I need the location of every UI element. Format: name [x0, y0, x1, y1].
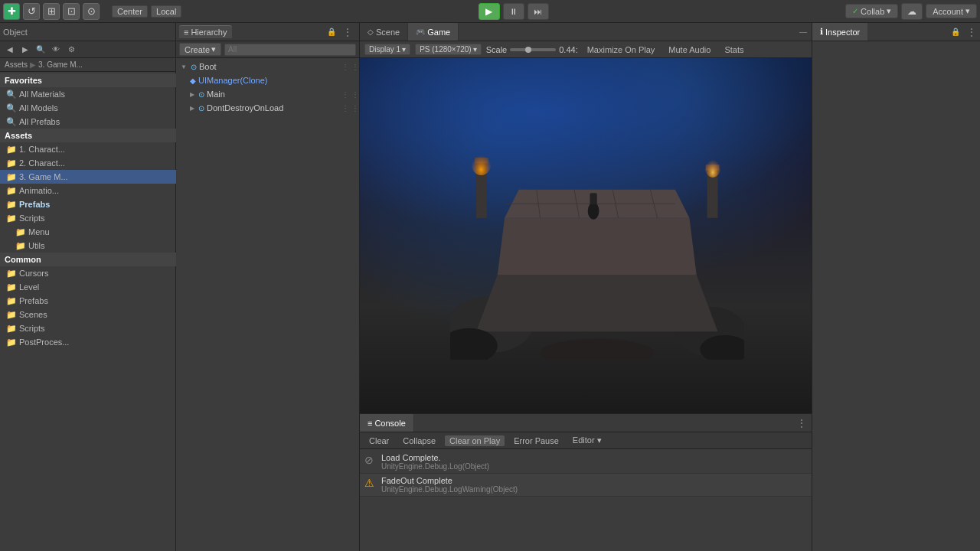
game-tab-label: Game: [427, 28, 450, 37]
hierarchy-tab-bar: ≡ Hierarchy 🔒 ⋮: [176, 23, 359, 41]
cloud-button[interactable]: ☁: [901, 3, 923, 20]
search-icon: 🔍: [6, 90, 17, 99]
gameobject-icon: ⊙: [198, 104, 204, 112]
console-clear-button[interactable]: Clear: [364, 435, 394, 446]
common-header: Common: [0, 253, 176, 266]
inspector-lock-icon[interactable]: 🔒: [948, 28, 963, 36]
display-selector[interactable]: Display 1 ▾: [364, 44, 410, 55]
proj-lock-icon[interactable]: ⚙: [64, 43, 78, 57]
proj-search-icon[interactable]: 🔍: [34, 43, 47, 57]
hierarchy-panel: ≡ Hierarchy 🔒 ⋮ Create ▾ ▼ ⊙ Boot ⋮ ⋮: [176, 23, 360, 551]
hierarchy-menu-icon[interactable]: ⋮: [339, 26, 356, 38]
display-label: Display 1: [369, 45, 400, 54]
common-folder-cursors[interactable]: 📁 Cursors: [0, 266, 176, 280]
assets-folder-1[interactable]: 📁 1. Charact...: [0, 142, 176, 156]
expand-arrow-icon: ▼: [181, 64, 187, 70]
game-view-controls: Display 1 ▾ PS (980×551) ▾ Scale 0.44: …: [360, 41, 812, 58]
assets-folder-menu[interactable]: 📁 Menu: [0, 225, 176, 239]
account-button[interactable]: Account ▾: [926, 4, 977, 18]
proj-eye-icon[interactable]: 👁: [49, 43, 63, 57]
folder-icon: 📁: [6, 200, 17, 210]
favorites-all-materials[interactable]: 🔍 All Materials: [0, 87, 176, 101]
inspector-menu-icon[interactable]: ⋮: [963, 26, 980, 38]
local-label: Local: [156, 7, 176, 16]
pause-button[interactable]: ⏸: [503, 3, 524, 20]
hierarchy-create-button[interactable]: Create ▾: [179, 43, 221, 56]
move-icon[interactable]: ⊡: [63, 3, 80, 20]
refresh-icon[interactable]: ↺: [23, 3, 40, 20]
expand-arrow-icon: ▶: [190, 105, 194, 112]
assets-folder-scripts[interactable]: 📁 Scripts: [0, 211, 176, 225]
folder-icon: 📁: [6, 269, 17, 279]
inspector-content: [812, 41, 980, 551]
assets-folder-animations[interactable]: 📁 Animatio...: [0, 184, 176, 197]
project-toolbar: ◀ ▶ 🔍 👁 ⚙: [0, 41, 175, 58]
proj-forward-icon[interactable]: ▶: [18, 43, 32, 57]
svg-rect-11: [590, 193, 596, 204]
collab-button[interactable]: ✓ Collab ▾: [845, 4, 898, 18]
common-folder-prefabs[interactable]: 📁 Prefabs: [0, 294, 176, 308]
game-viewport: [360, 58, 812, 413]
play-icon: ▶: [485, 6, 492, 17]
hierarchy-item-main[interactable]: ▶ ⊙ Main ⋮ ⋮: [176, 87, 359, 101]
console-error-pause-button[interactable]: Error Pause: [509, 435, 564, 446]
console-options-icon[interactable]: ⋮: [792, 417, 812, 429]
common-folder-scenes[interactable]: 📁 Scenes: [0, 308, 176, 321]
assets-folder-3[interactable]: 📁 3. Game M...: [0, 170, 176, 184]
hierarchy-tab[interactable]: ≡ Hierarchy: [179, 25, 232, 38]
resolution-arrow-icon: ▾: [473, 45, 477, 54]
game-tab[interactable]: 🎮 Game: [408, 23, 459, 41]
hier-options-icon2: ⋮: [351, 90, 359, 99]
stats-button[interactable]: Stats: [720, 44, 748, 55]
center-button[interactable]: Center: [112, 5, 148, 18]
maximize-on-play-button[interactable]: Maximize On Play: [583, 44, 660, 55]
hier-options-icon: ⋮: [341, 63, 349, 71]
inspector-tab[interactable]: ℹ Inspector: [812, 23, 867, 41]
scene-tab[interactable]: ◇ Scene: [360, 23, 408, 41]
hierarchy-list: ▼ ⊙ Boot ⋮ ⋮ ◆ UIManager(Clone) ▶ ⊙ Main…: [176, 58, 359, 551]
favorites-all-prefabs[interactable]: 🔍 All Prefabs: [0, 115, 176, 129]
console-message-1[interactable]: ⊘ Load Complete. UnityEngine.Debug.Log(O…: [360, 451, 812, 474]
hierarchy-item-uimanager[interactable]: ◆ UIManager(Clone): [176, 73, 359, 87]
folder-icon: 📁: [6, 214, 17, 223]
step-button[interactable]: ⏭: [528, 3, 549, 20]
local-button[interactable]: Local: [151, 5, 181, 18]
proj-back-icon[interactable]: ◀: [3, 43, 17, 57]
scale-thumb: [525, 47, 531, 53]
folder-icon: 📁: [6, 296, 17, 306]
assets-folder-2[interactable]: 📁 2. Charact...: [0, 156, 176, 170]
console-tab[interactable]: ≡ Console: [360, 414, 414, 432]
assets-folder-prefabs[interactable]: 📁 Prefabs: [0, 197, 176, 211]
add-icon[interactable]: ✚: [3, 3, 20, 20]
play-button[interactable]: ▶: [479, 3, 500, 20]
expand-arrow-icon: ▶: [190, 91, 194, 98]
common-folder-level[interactable]: 📁 Level: [0, 280, 176, 294]
resolution-selector[interactable]: PS (980×551) ▾: [415, 44, 482, 55]
console-tab-label: Console: [374, 419, 405, 428]
svg-point-10: [588, 202, 599, 219]
common-folder-scripts[interactable]: 📁 Scripts: [0, 321, 176, 335]
console-clear-on-play-button[interactable]: Clear on Play: [445, 435, 505, 446]
message-2-sub: UnityEngine.Debug.LogWarning(Object): [381, 485, 518, 494]
hier-options-icon2: ⋮: [351, 104, 359, 112]
breadcrumb-gamem: 3. Game M...: [38, 60, 83, 69]
console-message-2[interactable]: ⚠ FadeOut Complete UnityEngine.Debug.Log…: [360, 474, 812, 497]
gameobject-icon: ⊙: [191, 63, 197, 71]
console-editor-button[interactable]: Editor ▾: [568, 435, 606, 446]
resolution-label: PS (980×551): [420, 45, 472, 54]
mute-audio-button[interactable]: Mute Audio: [664, 44, 715, 55]
top-bar: ✚ ↺ ⊞ ⊡ ⊙ Center Local ▶ ⏸ ⏭ ✓ Collab ▾ …: [0, 0, 980, 23]
assets-folder-utils[interactable]: 📁 Utils: [0, 239, 176, 253]
main-layout: Object ◀ ▶ 🔍 👁 ⚙ Assets ▶ 3. Game M... F…: [0, 23, 980, 551]
folder-icon: 📁: [6, 324, 17, 334]
rect-icon[interactable]: ⊞: [43, 3, 60, 20]
common-folder-postprocess[interactable]: 📁 PostProces...: [0, 335, 176, 349]
console-collapse-button[interactable]: Collapse: [398, 435, 440, 446]
hierarchy-item-boot[interactable]: ▼ ⊙ Boot ⋮ ⋮: [176, 60, 359, 73]
project-object-bar: Object: [0, 23, 175, 41]
hierarchy-search-input[interactable]: [224, 44, 356, 56]
rotate-icon[interactable]: ⊙: [83, 3, 100, 20]
favorites-all-models[interactable]: 🔍 All Models: [0, 101, 176, 115]
scale-slider[interactable]: [510, 48, 556, 51]
hierarchy-item-dontdestroy[interactable]: ▶ ⊙ DontDestroyOnLoad ⋮ ⋮: [176, 101, 359, 115]
